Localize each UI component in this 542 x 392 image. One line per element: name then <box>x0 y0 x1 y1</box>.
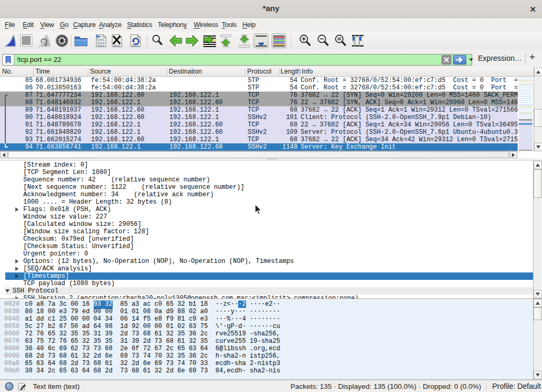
svg-text:0011: 0011 <box>97 44 105 48</box>
svg-text:0011: 0011 <box>113 44 121 48</box>
